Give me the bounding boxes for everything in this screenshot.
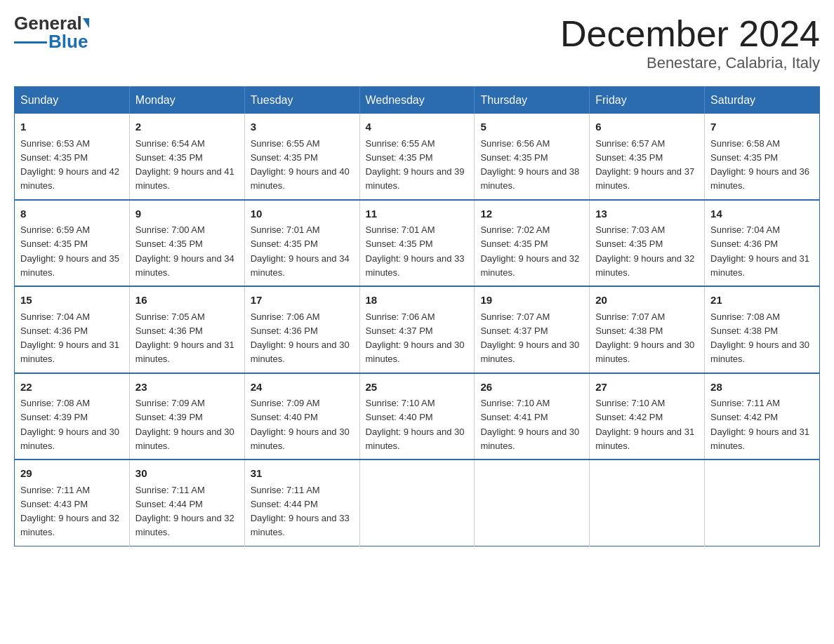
day-info: Sunrise: 7:04 AMSunset: 4:36 PMDaylight:… — [20, 311, 119, 365]
day-number: 7 — [710, 119, 814, 135]
day-number: 25 — [366, 380, 469, 396]
logo-text-blue: Blue — [48, 32, 88, 51]
day-info: Sunrise: 7:01 AMSunset: 4:35 PMDaylight:… — [366, 224, 465, 278]
calendar-cell: 15 Sunrise: 7:04 AMSunset: 4:36 PMDaylig… — [15, 286, 130, 373]
calendar-cell: 12 Sunrise: 7:02 AMSunset: 4:35 PMDaylig… — [475, 200, 590, 287]
day-number: 10 — [251, 206, 354, 222]
day-info: Sunrise: 7:08 AMSunset: 4:38 PMDaylight:… — [710, 311, 809, 365]
calendar-cell: 9 Sunrise: 7:00 AMSunset: 4:35 PMDayligh… — [129, 200, 244, 287]
day-number: 3 — [251, 119, 354, 135]
calendar-cell: 17 Sunrise: 7:06 AMSunset: 4:36 PMDaylig… — [244, 286, 359, 373]
day-info: Sunrise: 7:11 AMSunset: 4:42 PMDaylight:… — [710, 398, 809, 451]
day-info: Sunrise: 6:55 AMSunset: 4:35 PMDaylight:… — [251, 138, 350, 192]
calendar-cell: 22 Sunrise: 7:08 AMSunset: 4:39 PMDaylig… — [15, 373, 130, 460]
calendar-cell: 7 Sunrise: 6:58 AMSunset: 4:35 PMDayligh… — [705, 114, 820, 200]
month-title: December 2024 — [560, 14, 820, 54]
calendar-table: SundayMondayTuesdayWednesdayThursdayFrid… — [14, 86, 820, 546]
calendar-cell: 1 Sunrise: 6:53 AMSunset: 4:35 PMDayligh… — [15, 114, 130, 200]
calendar-cell: 4 Sunrise: 6:55 AMSunset: 4:35 PMDayligh… — [359, 114, 475, 200]
calendar-cell: 30 Sunrise: 7:11 AMSunset: 4:44 PMDaylig… — [129, 459, 244, 546]
day-info: Sunrise: 7:10 AMSunset: 4:41 PMDaylight:… — [480, 398, 579, 451]
calendar-cell: 10 Sunrise: 7:01 AMSunset: 4:35 PMDaylig… — [244, 200, 359, 287]
day-number: 28 — [710, 380, 814, 396]
day-info: Sunrise: 6:58 AMSunset: 4:35 PMDaylight:… — [710, 138, 809, 192]
day-info: Sunrise: 7:11 AMSunset: 4:43 PMDaylight:… — [20, 485, 119, 538]
calendar-cell: 28 Sunrise: 7:11 AMSunset: 4:42 PMDaylig… — [705, 373, 820, 460]
day-info: Sunrise: 7:00 AMSunset: 4:35 PMDaylight:… — [135, 224, 234, 278]
logo-line — [14, 41, 47, 43]
day-info: Sunrise: 7:06 AMSunset: 4:36 PMDaylight:… — [251, 311, 350, 365]
column-header-thursday: Thursday — [475, 87, 590, 114]
logo-text-general: General — [14, 14, 82, 32]
day-number: 2 — [135, 119, 239, 135]
day-info: Sunrise: 7:08 AMSunset: 4:39 PMDaylight:… — [20, 398, 119, 451]
calendar-week-row: 1 Sunrise: 6:53 AMSunset: 4:35 PMDayligh… — [15, 114, 820, 200]
calendar-week-row: 15 Sunrise: 7:04 AMSunset: 4:36 PMDaylig… — [15, 286, 820, 373]
day-info: Sunrise: 7:11 AMSunset: 4:44 PMDaylight:… — [135, 485, 234, 538]
day-info: Sunrise: 7:02 AMSunset: 4:35 PMDaylight:… — [480, 224, 579, 278]
day-number: 4 — [366, 119, 469, 135]
column-header-monday: Monday — [129, 87, 244, 114]
day-info: Sunrise: 6:56 AMSunset: 4:35 PMDaylight:… — [480, 138, 579, 192]
column-header-friday: Friday — [590, 87, 705, 114]
day-info: Sunrise: 7:07 AMSunset: 4:38 PMDaylight:… — [595, 311, 694, 365]
day-number: 15 — [20, 293, 124, 309]
calendar-cell: 14 Sunrise: 7:04 AMSunset: 4:36 PMDaylig… — [705, 200, 820, 287]
calendar-cell: 18 Sunrise: 7:06 AMSunset: 4:37 PMDaylig… — [359, 286, 475, 373]
day-number: 23 — [135, 380, 239, 396]
calendar-cell: 27 Sunrise: 7:10 AMSunset: 4:42 PMDaylig… — [590, 373, 705, 460]
day-number: 29 — [20, 466, 124, 482]
day-info: Sunrise: 6:55 AMSunset: 4:35 PMDaylight:… — [366, 138, 465, 192]
calendar-cell: 31 Sunrise: 7:11 AMSunset: 4:44 PMDaylig… — [244, 459, 359, 546]
column-header-saturday: Saturday — [705, 87, 820, 114]
calendar-cell: 20 Sunrise: 7:07 AMSunset: 4:38 PMDaylig… — [590, 286, 705, 373]
calendar-cell: 19 Sunrise: 7:07 AMSunset: 4:37 PMDaylig… — [475, 286, 590, 373]
calendar-cell: 23 Sunrise: 7:09 AMSunset: 4:39 PMDaylig… — [129, 373, 244, 460]
day-number: 31 — [251, 466, 354, 482]
day-number: 22 — [20, 380, 124, 396]
calendar-cell: 13 Sunrise: 7:03 AMSunset: 4:35 PMDaylig… — [590, 200, 705, 287]
calendar-cell: 24 Sunrise: 7:09 AMSunset: 4:40 PMDaylig… — [244, 373, 359, 460]
page-header: General Blue December 2024 Benestare, Ca… — [14, 14, 820, 72]
day-number: 30 — [135, 466, 239, 482]
day-number: 16 — [135, 293, 239, 309]
day-number: 13 — [595, 206, 699, 222]
calendar-week-row: 8 Sunrise: 6:59 AMSunset: 4:35 PMDayligh… — [15, 200, 820, 287]
calendar-cell — [590, 459, 705, 546]
calendar-week-row: 29 Sunrise: 7:11 AMSunset: 4:43 PMDaylig… — [15, 459, 820, 546]
calendar-cell: 6 Sunrise: 6:57 AMSunset: 4:35 PMDayligh… — [590, 114, 705, 200]
calendar-cell — [705, 459, 820, 546]
calendar-cell: 11 Sunrise: 7:01 AMSunset: 4:35 PMDaylig… — [359, 200, 475, 287]
calendar-cell — [359, 459, 475, 546]
day-info: Sunrise: 7:03 AMSunset: 4:35 PMDaylight:… — [595, 224, 694, 278]
calendar-cell — [475, 459, 590, 546]
calendar-cell: 5 Sunrise: 6:56 AMSunset: 4:35 PMDayligh… — [475, 114, 590, 200]
calendar-header-row: SundayMondayTuesdayWednesdayThursdayFrid… — [15, 87, 820, 114]
location-title: Benestare, Calabria, Italy — [560, 54, 820, 72]
day-info: Sunrise: 7:01 AMSunset: 4:35 PMDaylight:… — [251, 224, 350, 278]
calendar-cell: 25 Sunrise: 7:10 AMSunset: 4:40 PMDaylig… — [359, 373, 475, 460]
logo: General Blue — [14, 14, 89, 51]
calendar-cell: 26 Sunrise: 7:10 AMSunset: 4:41 PMDaylig… — [475, 373, 590, 460]
day-info: Sunrise: 7:05 AMSunset: 4:36 PMDaylight:… — [135, 311, 234, 365]
calendar-week-row: 22 Sunrise: 7:08 AMSunset: 4:39 PMDaylig… — [15, 373, 820, 460]
day-number: 6 — [595, 119, 699, 135]
day-info: Sunrise: 7:06 AMSunset: 4:37 PMDaylight:… — [366, 311, 465, 365]
day-number: 26 — [480, 380, 583, 396]
day-number: 17 — [251, 293, 354, 309]
day-info: Sunrise: 6:53 AMSunset: 4:35 PMDaylight:… — [20, 138, 119, 192]
day-number: 27 — [595, 380, 699, 396]
day-info: Sunrise: 7:10 AMSunset: 4:42 PMDaylight:… — [595, 398, 694, 451]
day-number: 12 — [480, 206, 583, 222]
calendar-cell: 8 Sunrise: 6:59 AMSunset: 4:35 PMDayligh… — [15, 200, 130, 287]
day-number: 18 — [366, 293, 469, 309]
calendar-cell: 3 Sunrise: 6:55 AMSunset: 4:35 PMDayligh… — [244, 114, 359, 200]
day-info: Sunrise: 7:11 AMSunset: 4:44 PMDaylight:… — [251, 485, 350, 538]
logo-triangle-icon — [83, 18, 89, 28]
day-number: 9 — [135, 206, 239, 222]
column-header-wednesday: Wednesday — [359, 87, 475, 114]
calendar-cell: 16 Sunrise: 7:05 AMSunset: 4:36 PMDaylig… — [129, 286, 244, 373]
day-number: 5 — [480, 119, 583, 135]
column-header-tuesday: Tuesday — [244, 87, 359, 114]
day-info: Sunrise: 7:09 AMSunset: 4:40 PMDaylight:… — [251, 398, 350, 451]
